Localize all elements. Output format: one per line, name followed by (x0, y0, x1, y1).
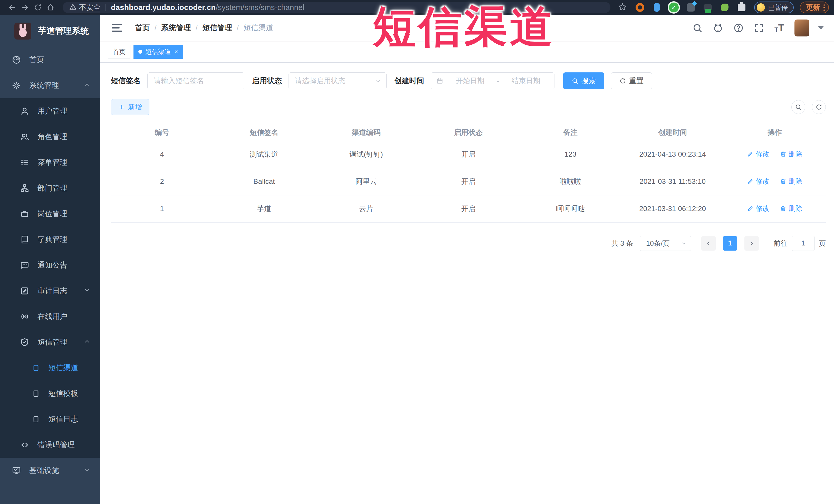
sidebar-item-roles[interactable]: 角色管理 (0, 124, 100, 150)
sidebar-item-sms-channel[interactable]: 短信渠道 (0, 355, 100, 381)
edit-link[interactable]: 修改 (747, 149, 770, 159)
extension-icon[interactable] (652, 2, 662, 13)
delete-link[interactable]: 删除 (780, 204, 803, 213)
breadcrumb: 首页 / 系统管理 / 短信管理 / 短信渠道 (135, 23, 273, 33)
delete-label: 删除 (789, 204, 803, 213)
prev-page-button[interactable] (701, 236, 716, 250)
github-icon[interactable] (713, 23, 723, 33)
sidebar-item-system[interactable]: 系统管理 (0, 73, 100, 98)
extension-icon[interactable] (685, 2, 696, 13)
caret-down-icon[interactable] (818, 26, 824, 29)
font-size-icon[interactable]: TT (774, 23, 784, 33)
file-icon (32, 364, 40, 372)
sidebar-item-posts[interactable]: 岗位管理 (0, 201, 100, 227)
monitor-icon (12, 466, 21, 475)
sidebar-item-label: 短信模板 (48, 389, 78, 399)
kebab-menu-icon[interactable] (824, 4, 825, 11)
cell-signature: Ballcat (213, 168, 315, 195)
sidebar-item-online-users[interactable]: 在线用户 (0, 304, 100, 329)
plus-icon (118, 104, 125, 110)
hamburger-button[interactable] (109, 21, 125, 35)
date-separator: - (497, 77, 499, 85)
url-bar[interactable]: 不安全 dashboard.yudao.iocoder.cn /system/s… (63, 2, 610, 13)
gear-icon (12, 81, 21, 90)
extension-icon[interactable] (719, 2, 730, 13)
sidebar-item-notices[interactable]: 通知公告 (0, 253, 100, 278)
app-header: 首页 / 系统管理 / 短信管理 / 短信渠道 TT (100, 15, 834, 41)
table-toolbar: 新增 (111, 99, 826, 115)
date-range-picker[interactable]: 开始日期 - 结束日期 (431, 72, 554, 89)
close-icon[interactable]: × (175, 49, 178, 55)
sidebar-item-dictionary[interactable]: 字典管理 (0, 227, 100, 253)
search-icon (572, 78, 578, 84)
sidebar-item-users[interactable]: 用户管理 (0, 98, 100, 124)
app-logo[interactable]: 芋道管理系统 (0, 15, 100, 47)
cell-code: 云片 (315, 195, 417, 222)
tab-home[interactable]: 首页 (108, 45, 130, 59)
breadcrumb-item[interactable]: 首页 (135, 23, 150, 33)
sidebar-item-sms[interactable]: 短信管理 (0, 329, 100, 355)
reload-icon[interactable] (31, 2, 44, 13)
goto-page-input[interactable] (792, 236, 815, 251)
breadcrumb-item[interactable]: 系统管理 (161, 23, 191, 33)
breadcrumb-item[interactable]: 短信管理 (202, 23, 232, 33)
reset-button[interactable]: 重置 (611, 72, 652, 89)
sidebar-item-label: 短信管理 (38, 337, 67, 347)
add-button-label: 新增 (128, 103, 142, 112)
add-button[interactable]: 新增 (111, 99, 149, 115)
toggle-search-button[interactable] (791, 100, 805, 114)
sidebar-item-error-codes[interactable]: 错误码管理 (0, 432, 100, 458)
delete-label: 删除 (789, 177, 803, 186)
delete-link[interactable]: 删除 (780, 177, 803, 186)
sidebar-item-departments[interactable]: 部门管理 (0, 175, 100, 201)
sidebar-item-audit-log[interactable]: 审计日志 (0, 278, 100, 304)
paused-badge[interactable]: 已暂停 (754, 2, 794, 13)
sidebar-item-sms-template[interactable]: 短信模板 (0, 381, 100, 407)
refresh-table-button[interactable] (812, 100, 826, 114)
page-1-button[interactable]: 1 (723, 236, 737, 250)
sidebar-item-label: 短信日志 (48, 414, 78, 424)
signature-input[interactable] (147, 72, 244, 89)
home-icon[interactable] (44, 2, 57, 13)
edit-link[interactable]: 修改 (747, 204, 770, 213)
delete-link[interactable]: 删除 (780, 149, 803, 159)
sidebar-item-infrastructure[interactable]: 基础设施 (0, 458, 100, 483)
update-button[interactable]: 更新 (800, 2, 829, 13)
sidebar-submenu-system: 用户管理 角色管理 菜单管理 部门管理 岗位管理 字典管理 (0, 98, 100, 458)
cell-id: 4 (111, 141, 213, 168)
edit-link[interactable]: 修改 (747, 177, 770, 186)
fullscreen-icon[interactable] (754, 23, 764, 33)
page-size-value: 10条/页 (646, 239, 670, 248)
tab-sms-channel[interactable]: 短信渠道 × (133, 45, 183, 59)
extension-icon[interactable] (736, 2, 747, 13)
file-icon (32, 390, 40, 398)
search-button[interactable]: 搜索 (563, 72, 604, 89)
sidebar-item-sms-log[interactable]: 短信日志 (0, 407, 100, 432)
sidebar-item-label: 部门管理 (38, 183, 67, 193)
sidebar-item-label: 基础设施 (29, 465, 59, 476)
search-icon[interactable] (692, 23, 703, 33)
next-page-button[interactable] (744, 236, 759, 250)
help-icon[interactable] (733, 23, 744, 33)
org-tree-icon (20, 183, 29, 193)
avatar[interactable] (794, 20, 809, 37)
status-select[interactable]: 请选择启用状态 (288, 72, 387, 89)
extension-icon[interactable]: ✓ (668, 2, 679, 13)
extension-icon[interactable] (702, 2, 713, 13)
reset-button-label: 重置 (629, 76, 643, 86)
bookmark-star-icon[interactable] (618, 3, 627, 12)
page-size-select[interactable]: 10条/页 (640, 236, 691, 251)
back-icon[interactable] (6, 2, 19, 13)
refresh-icon (815, 104, 822, 110)
sidebar-item-label: 首页 (29, 55, 44, 65)
code-icon (20, 440, 29, 450)
sidebar-item-menus[interactable]: 菜单管理 (0, 150, 100, 175)
edit-icon (747, 151, 754, 157)
extension-icon[interactable] (635, 2, 645, 13)
file-icon (32, 415, 40, 423)
browser-chrome: 不安全 dashboard.yudao.iocoder.cn /system/s… (0, 0, 834, 15)
forward-icon[interactable] (19, 2, 31, 13)
security-label: 不安全 (79, 3, 101, 12)
sidebar-item-home[interactable]: 首页 (0, 47, 100, 73)
log-icon (20, 286, 29, 295)
